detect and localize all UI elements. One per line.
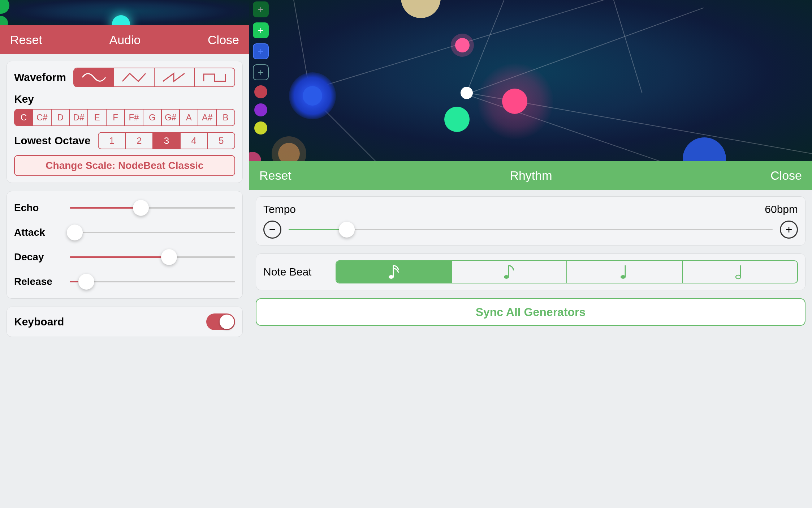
- palette-node-yellow[interactable]: [254, 121, 267, 135]
- plus-icon: +: [786, 223, 792, 236]
- key-D-sharp[interactable]: D#: [69, 110, 87, 125]
- canvas-node[interactable]: [683, 137, 726, 161]
- waveform-label: Waveform: [14, 71, 66, 84]
- key-D[interactable]: D: [51, 110, 69, 125]
- key-label: Key: [14, 93, 235, 105]
- palette-node-purple[interactable]: [254, 103, 267, 116]
- minus-icon: −: [269, 223, 276, 236]
- tempo-slider[interactable]: [289, 229, 773, 230]
- reset-button[interactable]: Reset: [259, 168, 291, 183]
- reset-button[interactable]: Reset: [10, 33, 42, 47]
- close-button[interactable]: Close: [208, 33, 239, 47]
- panel-title: Audio: [42, 33, 208, 47]
- octave-2[interactable]: 2: [125, 133, 152, 149]
- saw-wave-icon: [162, 72, 187, 83]
- canvas-node[interactable]: [249, 152, 261, 161]
- notebeat-selector[interactable]: [336, 260, 798, 283]
- tone-card: Waveform Key CC#DD#EFF#GG#AA#B Lowest Oc…: [7, 61, 243, 183]
- key-B[interactable]: B: [216, 110, 234, 125]
- keyboard-toggle[interactable]: [206, 313, 235, 330]
- tempo-readout: 60bpm: [765, 203, 798, 215]
- half-note-icon: [735, 264, 745, 280]
- octave-selector[interactable]: 12345: [98, 132, 235, 149]
- sync-generators-button[interactable]: Sync All Generators: [256, 298, 805, 326]
- change-scale-button[interactable]: Change Scale: NodeBeat Classic: [14, 155, 235, 176]
- notebeat-half[interactable]: [682, 261, 798, 283]
- notebeat-eighth[interactable]: [451, 261, 567, 283]
- notebeat-sixteenth[interactable]: [336, 261, 451, 283]
- square-wave-icon: [202, 72, 227, 83]
- octave-5[interactable]: 5: [207, 133, 234, 149]
- key-F-sharp[interactable]: F#: [124, 110, 143, 125]
- palette-generator-blue[interactable]: +: [253, 43, 269, 59]
- eighth-note-icon: [503, 264, 515, 280]
- tempo-label: Tempo: [263, 203, 296, 215]
- key-C[interactable]: C: [15, 110, 33, 125]
- key-A-sharp[interactable]: A#: [198, 110, 216, 125]
- waveform-triangle[interactable]: [113, 68, 154, 86]
- palette-generator-green[interactable]: +: [253, 1, 269, 17]
- canvas-node[interactable]: [461, 87, 473, 99]
- notebeat-card: Note Beat: [256, 253, 805, 290]
- rhythm-header: Reset Rhythm Close: [249, 161, 812, 190]
- palette-generator-outline[interactable]: +: [253, 64, 269, 80]
- octave-1[interactable]: 1: [99, 133, 125, 149]
- tempo-card: Tempo 60bpm − +: [256, 196, 805, 246]
- audio-backdrop: [0, 0, 249, 25]
- panel-title: Rhythm: [291, 168, 770, 183]
- key-selector[interactable]: CC#DD#EFF#GG#AA#B: [14, 109, 235, 126]
- sine-wave-icon: [81, 72, 107, 83]
- key-A[interactable]: A: [179, 110, 198, 125]
- release-label: Release: [14, 276, 65, 287]
- waveform-selector[interactable]: [73, 68, 235, 87]
- waveform-square[interactable]: [194, 68, 234, 86]
- key-C-sharp[interactable]: C#: [33, 110, 51, 125]
- keyboard-label: Keyboard: [14, 316, 64, 328]
- release-slider[interactable]: [70, 281, 235, 282]
- palette-node-red[interactable]: [254, 85, 267, 98]
- triangle-wave-icon: [121, 72, 147, 83]
- sixteenth-note-icon: [388, 264, 400, 280]
- audio-header: Reset Audio Close: [0, 25, 249, 54]
- quarter-note-icon: [619, 264, 630, 280]
- notebeat-quarter[interactable]: [566, 261, 682, 283]
- waveform-saw[interactable]: [154, 68, 194, 86]
- octave-label: Lowest Octave: [14, 135, 91, 147]
- tempo-plus-button[interactable]: +: [780, 221, 798, 239]
- node-palette[interactable]: + + + +: [253, 0, 269, 135]
- notebeat-label: Note Beat: [263, 266, 328, 278]
- palette-generator-green[interactable]: +: [253, 22, 269, 38]
- attack-slider[interactable]: [70, 232, 235, 233]
- echo-label: Echo: [14, 202, 65, 214]
- keyboard-card: Keyboard: [7, 307, 243, 337]
- canvas-node[interactable]: [278, 143, 300, 161]
- canvas-node[interactable]: [444, 107, 470, 132]
- envelope-card: Echo Attack Decay Release: [7, 191, 243, 299]
- key-E[interactable]: E: [87, 110, 106, 125]
- attack-label: Attack: [14, 227, 65, 238]
- octave-4[interactable]: 4: [180, 133, 207, 149]
- decay-slider[interactable]: [70, 256, 235, 258]
- close-button[interactable]: Close: [770, 168, 802, 183]
- rhythm-canvas[interactable]: + + + +: [249, 0, 812, 161]
- decay-label: Decay: [14, 251, 65, 263]
- octave-3[interactable]: 3: [152, 133, 180, 149]
- canvas-node[interactable]: [401, 0, 441, 18]
- tempo-minus-button[interactable]: −: [263, 221, 281, 239]
- echo-slider[interactable]: [70, 207, 235, 209]
- key-F[interactable]: F: [106, 110, 124, 125]
- waveform-sine[interactable]: [74, 68, 114, 86]
- canvas-node[interactable]: [455, 38, 470, 52]
- key-G[interactable]: G: [143, 110, 161, 125]
- key-G-sharp[interactable]: G#: [161, 110, 180, 125]
